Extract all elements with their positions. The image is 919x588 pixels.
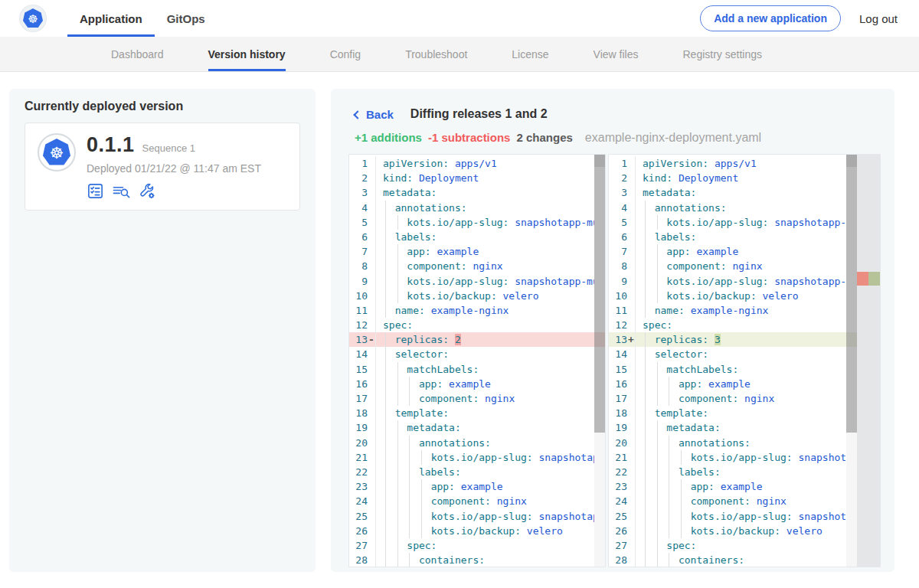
- diff-marker: [368, 494, 375, 508]
- diff-marker: [627, 215, 635, 230]
- code-text: kots.io/backup: velero: [636, 524, 846, 538]
- indent-guide: [645, 524, 646, 538]
- indent-guide: [645, 436, 646, 450]
- diff-panel-old: 1apiVersion: apps/v12kind: Deployment3me…: [348, 154, 606, 567]
- line-number: 27: [349, 538, 368, 553]
- indent-guide: [645, 259, 646, 273]
- diff-marker: [627, 524, 635, 538]
- indent-guide: [397, 509, 398, 524]
- indent-guide: [385, 391, 386, 406]
- code-text: selector:: [376, 347, 594, 361]
- code-text: annotations:: [376, 436, 594, 450]
- tab-view-files[interactable]: View files: [594, 37, 639, 71]
- app-subnav: Dashboard Version history Config Trouble…: [0, 37, 919, 72]
- diff-marker: [368, 436, 375, 450]
- code-line: 15 matchLabels:: [349, 362, 605, 377]
- release-notes-icon[interactable]: [112, 182, 131, 200]
- indent-guide: [397, 215, 398, 230]
- code-text: labels:: [636, 230, 846, 244]
- tab-dashboard[interactable]: Dashboard: [111, 37, 164, 71]
- diff-marker: [368, 215, 375, 230]
- line-number: 1: [609, 156, 627, 171]
- diff-header: Back Diffing releases 1 and 2: [355, 107, 881, 121]
- tab-gitops[interactable]: GitOps: [155, 0, 217, 37]
- add-application-button[interactable]: Add a new application: [700, 5, 841, 31]
- ruler-removed-marker: [857, 272, 868, 286]
- code-text: app: example: [636, 244, 846, 259]
- line-number: 20: [609, 436, 627, 450]
- indent-guide: [397, 524, 398, 538]
- code-line: 26 kots.io/backup: velero: [349, 524, 605, 538]
- diff-overview-ruler: [857, 155, 880, 567]
- indent-guide: [397, 362, 398, 377]
- indent-guide: [669, 391, 669, 406]
- scrollbar-thumb[interactable]: [846, 155, 857, 433]
- diff-stats: +1 additions -1 subtractions 2 changes e…: [355, 131, 881, 145]
- diff-container: Back Diffing releases 1 and 2 +1 additio…: [331, 89, 894, 572]
- code-text: containers:: [636, 553, 846, 567]
- diff-marker: [627, 494, 635, 508]
- diff-marker: [627, 156, 635, 171]
- indent-guide: [657, 420, 658, 435]
- indent-guide: [385, 303, 386, 318]
- code-line: 4 annotations:: [349, 201, 605, 215]
- deployed-card-title: Currently deployed version: [25, 100, 300, 113]
- indent-guide: [645, 509, 646, 524]
- indent-guide: [385, 347, 386, 361]
- back-link[interactable]: Back: [355, 108, 394, 121]
- code-text: kots.io/app-slug: snapshotapp-mu: [636, 215, 846, 230]
- diff-marker: [627, 420, 635, 435]
- indent-guide: [657, 494, 658, 508]
- code-text: kots.io/app-slug: snapshotap: [636, 450, 846, 465]
- indent-guide: [681, 509, 682, 524]
- line-number: 12: [349, 318, 368, 332]
- indent-guide: [645, 230, 646, 244]
- tab-troubleshoot[interactable]: Troubleshoot: [405, 37, 467, 71]
- diff-marker: [368, 420, 375, 435]
- logout-link[interactable]: Log out: [859, 12, 898, 25]
- diff-marker: [627, 406, 635, 420]
- code-line: 11 name: example-nginx: [349, 303, 605, 318]
- code-line: 2kind: Deployment: [349, 171, 605, 185]
- indent-guide: [397, 289, 398, 303]
- configure-icon[interactable]: [139, 182, 156, 200]
- diff-marker: [368, 244, 375, 259]
- indent-guide: [657, 479, 658, 494]
- code-line: 10 kots.io/backup: velero: [349, 289, 605, 303]
- tab-application[interactable]: Application: [67, 0, 155, 37]
- line-number: 9: [349, 274, 368, 289]
- indent-guide: [397, 553, 398, 567]
- indent-guide: [645, 450, 646, 465]
- indent-guide: [385, 215, 386, 230]
- tab-license[interactable]: License: [512, 37, 548, 71]
- tab-registry-settings[interactable]: Registry settings: [682, 37, 761, 71]
- line-number: 21: [349, 450, 368, 465]
- diff-marker: [368, 391, 375, 406]
- indent-guide: [645, 391, 646, 406]
- code-text: annotations:: [376, 201, 594, 215]
- indent-guide: [409, 450, 410, 465]
- line-number: 18: [349, 406, 368, 420]
- scrollbar-thumb[interactable]: [594, 155, 605, 433]
- checklist-icon[interactable]: [87, 182, 104, 200]
- code-text: metadata:: [376, 420, 594, 435]
- line-number: 9: [609, 274, 627, 289]
- diff-marker: [368, 347, 375, 361]
- line-number: 26: [609, 524, 627, 538]
- line-number: 25: [349, 509, 368, 524]
- indent-guide: [421, 524, 422, 538]
- tab-version-history[interactable]: Version history: [208, 37, 286, 71]
- code-text: containers:: [376, 553, 594, 567]
- code-line: 27 spec:: [349, 538, 605, 553]
- code-line: 21 kots.io/app-slug: snapshotap: [609, 450, 880, 465]
- tab-config[interactable]: Config: [330, 37, 361, 71]
- diff-panel-new: 1apiVersion: apps/v12kind: Deployment3me…: [608, 154, 881, 567]
- code-line: 1apiVersion: apps/v1: [349, 156, 605, 171]
- diff-marker: [627, 377, 635, 391]
- scrollbar-track: [594, 155, 605, 567]
- indent-guide: [409, 479, 410, 494]
- indent-guide: [645, 377, 646, 391]
- line-number: 7: [349, 244, 368, 259]
- line-number: 17: [349, 391, 368, 406]
- code-text: replicas: 2: [376, 332, 594, 347]
